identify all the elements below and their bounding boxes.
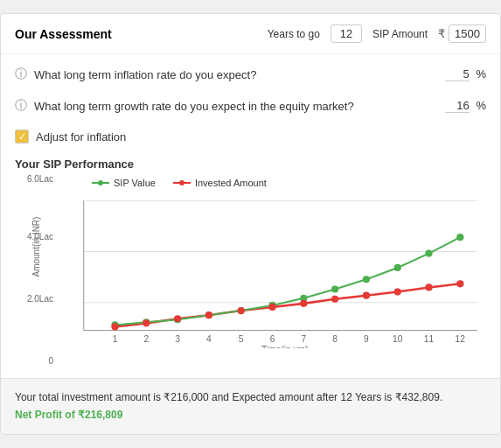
red-dot-6	[268, 304, 275, 311]
y-tick-2: 4.0Lac	[27, 232, 53, 242]
growth-input[interactable]	[445, 99, 470, 113]
info-icon-1[interactable]: ⓘ	[15, 66, 27, 82]
x-tick-12: 12	[456, 334, 466, 344]
footer-text1: Your total investment amount is ₹216,000…	[15, 391, 392, 403]
x-tick-10: 10	[393, 334, 403, 344]
checkbox-label: Adjust for inflation	[36, 130, 126, 144]
dot-11	[425, 250, 432, 257]
legend-sip-label: SIP Value	[114, 178, 156, 188]
assessment-card: Our Assessment Years to go 12 SIP Amount…	[0, 13, 501, 434]
percent-label-2: %	[476, 99, 486, 112]
y-axis-container: Amount(in INR) 0 2.0Lac 4.0Lac 6.0Lac	[22, 178, 57, 366]
footer-text2: ₹432,809.	[395, 391, 443, 403]
rupee-symbol: ₹	[438, 27, 445, 40]
y-tick-0: 0	[48, 356, 53, 366]
question-row-1: ⓘ What long term inflation rate do you e…	[15, 66, 486, 82]
question-value-1: %	[445, 67, 486, 81]
sip-amount-value[interactable]: 1500	[449, 24, 486, 43]
question-text-2: What long term growth rate do you expect…	[34, 100, 438, 113]
y-tick-3: 6.0Lac	[27, 174, 53, 184]
y-axis-label: Amount(in INR)	[31, 216, 41, 276]
question-text-1: What long term inflation rate do you exp…	[34, 68, 438, 81]
red-dot-5	[238, 307, 245, 314]
x-axis-label: Time(in yrs)	[261, 345, 309, 348]
x-tick-1: 1	[113, 334, 118, 344]
x-tick-6: 6	[270, 334, 275, 344]
sip-label: SIP Amount	[372, 28, 428, 40]
sip-amount-group: ₹ 1500	[438, 24, 486, 43]
chart-legend: SIP Value Invested Amount	[92, 178, 486, 188]
dot-12	[456, 234, 463, 241]
red-dot-7	[300, 300, 307, 307]
card-title: Our Assessment	[15, 27, 250, 41]
checkbox-row: ✓ Adjust for inflation	[15, 130, 486, 144]
x-tick-11: 11	[424, 334, 435, 344]
legend-invested: Invested Amount	[173, 178, 267, 188]
card-footer: Your total investment amount is ₹216,000…	[1, 378, 500, 433]
x-tick-5: 5	[239, 334, 244, 344]
sip-value-line	[115, 237, 461, 325]
red-dot-8	[331, 296, 338, 303]
inflation-input[interactable]	[445, 67, 470, 81]
info-icon-2[interactable]: ⓘ	[15, 98, 27, 114]
x-tick-4: 4	[206, 334, 212, 344]
red-dot-3	[174, 315, 181, 322]
card-header: Our Assessment Years to go 12 SIP Amount…	[1, 14, 500, 54]
legend-line-green	[92, 182, 109, 184]
red-dot-4	[205, 312, 212, 318]
dot-10	[394, 264, 401, 271]
question-row-2: ⓘ What long term growth rate do you expe…	[15, 98, 486, 114]
legend-sip-value: SIP Value	[92, 178, 156, 188]
x-tick-8: 8	[332, 334, 337, 344]
card-content: ⓘ What long term inflation rate do you e…	[1, 54, 500, 378]
dot-8	[331, 286, 338, 293]
legend-dot-red	[179, 180, 184, 186]
red-dot-9	[363, 292, 370, 299]
chart-right: SIP Value Invested Amount	[57, 178, 486, 351]
chart-wrapper: Amount(in INR) 0 2.0Lac 4.0Lac 6.0Lac SI…	[22, 178, 486, 366]
red-dot-1	[111, 324, 118, 331]
legend-line-red	[173, 182, 191, 184]
x-tick-7: 7	[301, 334, 306, 344]
header-fields: Years to go 12 SIP Amount ₹ 1500	[268, 24, 486, 43]
red-dot-2	[143, 320, 150, 327]
red-dot-12	[456, 281, 463, 288]
years-label: Years to go	[268, 28, 320, 40]
x-tick-9: 9	[364, 334, 369, 344]
percent-label-1: %	[476, 67, 486, 80]
y-tick-1: 2.0Lac	[27, 294, 53, 304]
red-dot-10	[394, 289, 401, 296]
x-tick-2: 2	[143, 334, 149, 344]
chart-section-title: Your SIP Performance	[15, 158, 486, 171]
red-dot-11	[425, 284, 432, 291]
legend-invested-label: Invested Amount	[195, 178, 267, 188]
x-tick-3: 3	[175, 334, 180, 344]
question-value-2: %	[445, 99, 486, 113]
legend-dot-green	[98, 180, 103, 186]
checkbox-icon[interactable]: ✓	[15, 130, 29, 144]
net-profit-label: Net Profit of ₹216,809	[15, 409, 122, 421]
years-value[interactable]: 12	[331, 24, 362, 43]
chart-svg: 1 2 3 4 5 6 7 8 9 10 11 12 Time(in yrs)	[57, 192, 486, 348]
dot-9	[363, 276, 370, 283]
